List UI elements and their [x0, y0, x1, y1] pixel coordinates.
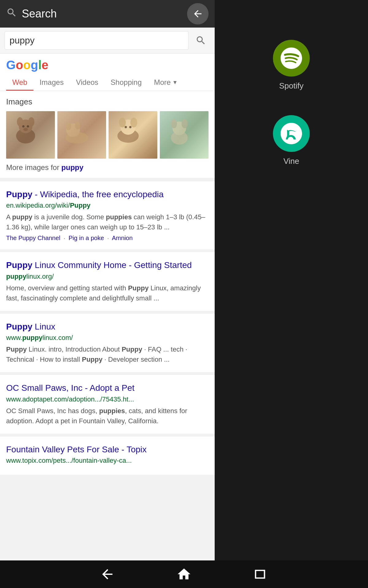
result-item-4: OC Small Paws, Inc - Adopt a Pet www.ado…	[0, 375, 215, 433]
svg-point-14	[130, 118, 137, 127]
result-url-4: www.adoptapet.com/adoption.../75435.ht..…	[6, 395, 209, 403]
search-icon-top	[6, 7, 17, 21]
tab-web[interactable]: Web	[6, 75, 33, 91]
svg-point-20	[182, 119, 188, 128]
logo-g: G	[6, 58, 16, 72]
result-url-5: www.topix.com/pets.../fountain-valley-ca…	[6, 457, 209, 465]
nav-tabs: Web Images Videos Shopping More ▼	[6, 75, 209, 91]
result-item-2: Puppy Linux Community Home - Getting Sta…	[0, 252, 215, 311]
images-section-label: Images	[6, 97, 209, 107]
logo-g2: g	[31, 58, 38, 72]
svg-point-9	[66, 123, 71, 130]
svg-point-4	[22, 125, 24, 127]
tab-more-label: More	[154, 78, 171, 87]
result-title-2[interactable]: Puppy Linux Community Home - Getting Sta…	[6, 260, 209, 271]
result-url-keyword-2: puppy	[6, 273, 26, 280]
result-url-text-4: www.adoptapet.com/adoption.../75435.ht..…	[6, 395, 134, 403]
result-item-1: Puppy - Wikipedia, the free encyclopedia…	[0, 181, 215, 249]
google-header: G o o g l e Web Images Videos Shopping M…	[0, 54, 215, 91]
result-title-rest-1: - Wikipedia, the free encyclopedia	[33, 190, 164, 199]
search-input[interactable]	[5, 31, 189, 50]
svg-point-6	[23, 128, 28, 131]
svg-point-16	[129, 126, 131, 128]
top-bar: Search	[0, 0, 215, 28]
result-title-keyword-2: Puppy	[6, 260, 33, 270]
svg-point-10	[75, 122, 80, 130]
back-nav-button[interactable]	[100, 567, 115, 582]
result-links-1: The Puppy Channel · Pig in a poke · Amni…	[6, 235, 209, 242]
image-thumb-4[interactable]	[160, 111, 209, 159]
result-url-text-5: www.topix.com/pets.../fountain-valley-ca…	[6, 457, 132, 464]
svg-point-15	[125, 126, 127, 128]
result-title-rest-3: Linux	[33, 322, 56, 331]
more-images-link[interactable]: More images for puppy	[6, 163, 209, 172]
google-logo: G o o g l e	[6, 58, 209, 72]
result-title-keyword-3: Puppy	[6, 322, 33, 331]
image-grid	[6, 111, 209, 159]
search-bar	[0, 28, 215, 54]
vine-label: Vine	[283, 156, 299, 166]
tab-videos[interactable]: Videos	[70, 75, 105, 91]
result-title-4[interactable]: OC Small Paws, Inc - Adopt a Pet	[6, 383, 209, 394]
spotify-app[interactable]: Spotify	[273, 40, 310, 91]
logo-o1: o	[16, 58, 23, 72]
separator: ·	[63, 235, 65, 241]
image-thumb-3[interactable]	[109, 111, 157, 159]
result-snippet-2: Home, overview and getting started with …	[6, 283, 209, 303]
result-item-5: Fountain Valley Pets For Sale - Topix ww…	[0, 436, 215, 475]
result-url-2: puppylinux.org/	[6, 273, 209, 281]
tab-shopping[interactable]: Shopping	[105, 75, 148, 91]
chevron-down-icon: ▼	[172, 79, 178, 86]
svg-point-19	[171, 119, 177, 128]
svg-point-2	[17, 117, 23, 126]
svg-point-3	[28, 117, 34, 126]
more-images-text: More images for	[6, 163, 61, 172]
result-link-1c[interactable]: Amnion	[112, 235, 133, 241]
result-title-text-5: Fountain Valley Pets For Sale - Topix	[6, 445, 147, 454]
result-link-1b[interactable]: Pig in a poke	[68, 235, 104, 241]
spotify-label: Spotify	[279, 81, 304, 91]
recents-nav-button[interactable]	[253, 567, 268, 582]
vine-app[interactable]: Vine	[273, 115, 310, 166]
android-nav-bar	[0, 560, 368, 588]
home-nav-button[interactable]	[176, 567, 192, 582]
right-sidebar: Spotify Vine	[215, 0, 368, 560]
result-snippet-4: OC Small Paws, Inc has dogs, puppies, ca…	[6, 406, 209, 426]
result-snippet-3: Puppy Linux. intro, Introduction About P…	[6, 344, 209, 364]
result-link-1a[interactable]: The Puppy Channel	[6, 235, 60, 241]
result-url-keyword-3: puppy	[22, 334, 43, 341]
images-section: Images	[0, 91, 215, 178]
main-panel: Search G o o g l e Web Images Vid	[0, 0, 215, 588]
svg-point-5	[27, 125, 29, 127]
separator: ·	[107, 235, 109, 241]
result-title-5[interactable]: Fountain Valley Pets For Sale - Topix	[6, 444, 209, 455]
results-area[interactable]: Images	[0, 91, 215, 560]
result-item-3: Puppy Linux www.puppylinux.com/ Puppy Li…	[0, 313, 215, 372]
tab-more[interactable]: More ▼	[148, 75, 184, 91]
result-title-rest-2: Linux Community Home - Getting Started	[33, 260, 192, 270]
search-submit-button[interactable]	[192, 31, 210, 50]
logo-o2: o	[23, 58, 31, 72]
result-title-text-4: OC Small Paws, Inc - Adopt a Pet	[6, 383, 135, 393]
back-button[interactable]	[187, 3, 209, 24]
logo-e: e	[42, 58, 48, 72]
svg-point-13	[119, 118, 126, 127]
result-title-1[interactable]: Puppy - Wikipedia, the free encyclopedia	[6, 189, 209, 200]
result-url-3: www.puppylinux.com/	[6, 334, 209, 342]
image-thumb-1[interactable]	[6, 111, 55, 159]
result-title-keyword-1: Puppy	[6, 190, 33, 199]
result-url-1: en.wikipedia.org/wiki/Puppy	[6, 202, 209, 209]
tab-images[interactable]: Images	[33, 75, 70, 91]
spotify-icon	[273, 40, 310, 77]
image-thumb-2[interactable]	[57, 111, 106, 159]
result-url-keyword-1: Puppy	[70, 202, 90, 209]
logo-l: l	[38, 58, 41, 72]
result-snippet-1: A puppy is a juvenile dog. Some puppies …	[6, 212, 209, 232]
result-title-3[interactable]: Puppy Linux	[6, 321, 209, 332]
page-title: Search	[22, 7, 182, 20]
vine-icon-circle	[273, 115, 310, 152]
more-images-keyword: puppy	[61, 163, 83, 172]
